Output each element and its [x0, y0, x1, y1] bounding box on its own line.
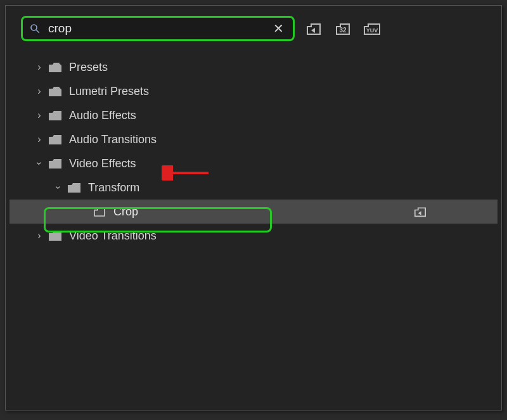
chevron-right-icon: › [32, 61, 46, 73]
search-icon [29, 23, 41, 34]
tree-item-video-transitions[interactable]: › Video Transitions [10, 224, 497, 248]
chevron-right-icon: › [32, 230, 46, 241]
tree-item-transform[interactable]: › Transform [10, 175, 497, 200]
tree-item-label: Crop [113, 205, 138, 219]
search-input[interactable] [48, 22, 271, 35]
chevron-down-icon: › [53, 181, 64, 194]
effect-icon [91, 206, 108, 217]
tree-item-label: Lumetri Presets [69, 85, 149, 98]
folder-icon [65, 181, 83, 194]
svg-text:✦: ✦ [58, 61, 63, 67]
tree-item-audio-transitions[interactable]: › Audio Transitions [10, 127, 497, 151]
search-box[interactable]: ✕ [21, 16, 295, 41]
filter-32bit-icon[interactable]: 32 [333, 20, 353, 37]
folder-icon [46, 133, 64, 146]
chevron-down-icon: › [34, 156, 45, 170]
filter-buttons: 32 YUV [304, 20, 382, 37]
tree-item-label: Transform [88, 181, 139, 194]
effects-tree: › ✦ Presets › ✦ Lumetri Presets › Audio … [10, 51, 497, 251]
svg-text:YUV: YUV [366, 27, 378, 34]
svg-line-1 [36, 30, 39, 33]
filter-yuv-icon[interactable]: YUV [362, 20, 382, 37]
svg-text:✦: ✦ [58, 85, 63, 91]
tree-item-presets[interactable]: › ✦ Presets [10, 55, 497, 79]
tree-item-label: Video Effects [69, 157, 136, 170]
folder-icon [46, 157, 64, 170]
chevron-right-icon: › [32, 134, 46, 145]
svg-text:32: 32 [339, 27, 347, 34]
clear-icon[interactable]: ✕ [271, 21, 286, 36]
preset-folder-icon: ✦ [46, 61, 64, 73]
folder-icon [46, 229, 64, 242]
tree-item-label: Video Transitions [69, 229, 157, 243]
folder-icon [46, 109, 64, 122]
tree-item-video-effects[interactable]: › Video Effects [10, 151, 497, 175]
effects-panel: ✕ 32 YUV › ✦ Presets › ✦ [5, 5, 502, 410]
tree-item-crop[interactable]: Crop [10, 200, 497, 224]
chevron-right-icon: › [32, 86, 46, 97]
filter-accelerated-icon[interactable] [304, 20, 324, 37]
accelerated-badge-icon [413, 206, 428, 217]
tree-item-audio-effects[interactable]: › Audio Effects [10, 103, 497, 127]
chevron-right-icon: › [32, 110, 46, 121]
panel-top-row: ✕ 32 YUV [10, 16, 497, 41]
tree-item-lumetri-presets[interactable]: › ✦ Lumetri Presets [10, 79, 497, 103]
tree-item-label: Presets [69, 61, 108, 74]
tree-item-label: Audio Effects [69, 109, 136, 122]
tree-item-label: Audio Transitions [69, 133, 157, 146]
preset-folder-icon: ✦ [46, 85, 64, 98]
svg-point-0 [31, 25, 37, 30]
